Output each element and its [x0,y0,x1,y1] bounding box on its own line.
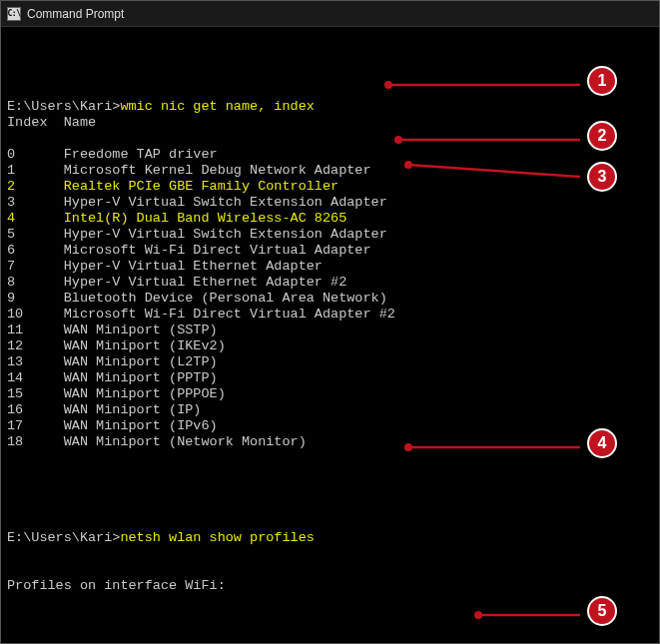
command-1-text: wmic nic get name, index [120,99,314,114]
nic-row: 8 Hyper-V Virtual Ethernet Adapter #2 [7,275,653,291]
nic-row: 3 Hyper-V Virtual Switch Extension Adapt… [7,195,653,211]
badge-5: 5 [587,596,617,626]
nic-row-text: 4 Intel(R) Dual Band Wireless-AC 8265 [7,211,346,226]
window-title: Command Prompt [27,7,124,21]
blank-line [7,466,653,482]
nic-row: 15 WAN Miniport (PPPOE) [7,386,653,402]
cmd-line-1: E:\Users\Kari>wmic nic get name, index [7,99,315,114]
blank-line [7,610,653,626]
nic-header: Index Name [7,115,653,131]
badge-2: 2 [587,121,617,151]
nic-row: 12 WAN Miniport (IKEv2) [7,338,653,354]
cmd-line-2: E:\Users\Kari>netsh wlan show profiles [7,530,315,545]
nic-row: 13 WAN Miniport (L2TP) [7,354,653,370]
nic-row: 10 Microsoft Wi-Fi Direct Virtual Adapte… [7,307,653,322]
nic-list: 0 Freedome TAP driver1 Microsoft Kernel … [7,147,653,450]
prompt-path: E:\Users\Kari> [7,99,120,114]
svg-point-1 [384,81,392,89]
nic-row: 17 WAN Miniport (IPv6) [7,418,653,434]
nic-row: 9 Bluetooth Device (Personal Area Networ… [7,291,653,307]
nic-row: 1 Microsoft Kernel Debug Network Adapter [7,163,653,179]
cmd-icon: C:\ [7,7,21,21]
nic-row: 2 Realtek PCIe GBE Family Controller [7,179,653,195]
nic-row: 6 Microsoft Wi-Fi Direct Virtual Adapter [7,243,653,259]
group-policy-header: Group policy profiles (read only) [7,642,653,643]
nic-row: 14 WAN Miniport (PPTP) [7,370,653,386]
blank-line [7,546,653,562]
command-2-text: netsh wlan show profiles [120,530,314,545]
cmd-window: C:\ Command Prompt E:\Users\Kari>wmic ni… [0,0,660,644]
badge-3: 3 [587,162,617,192]
blank-line [7,498,653,514]
nic-row: 16 WAN Miniport (IP) [7,402,653,418]
nic-row: 11 WAN Miniport (SSTP) [7,322,653,338]
nic-header-name: Name [64,115,96,130]
nic-row: 18 WAN Miniport (Network Monitor) [7,434,653,450]
titlebar[interactable]: C:\ Command Prompt [1,1,659,27]
prompt-path: E:\Users\Kari> [7,530,120,545]
terminal-area[interactable]: E:\Users\Kari>wmic nic get name, index I… [1,27,659,643]
nic-row: 7 Hyper-V Virtual Ethernet Adapter [7,259,653,275]
badge-4: 4 [587,428,617,458]
nic-row-text: 2 Realtek PCIe GBE Family Controller [7,179,338,194]
nic-row: 5 Hyper-V Virtual Switch Extension Adapt… [7,227,653,243]
blank-line [7,67,653,83]
nic-header-index: Index [7,115,48,130]
nic-row: 0 Freedome TAP driver [7,147,653,163]
badge-1: 1 [587,66,617,96]
svg-point-3 [394,136,402,144]
nic-row: 4 Intel(R) Dual Band Wireless-AC 8265 [7,211,653,227]
profiles-header: Profiles on interface WiFi: [7,578,653,594]
